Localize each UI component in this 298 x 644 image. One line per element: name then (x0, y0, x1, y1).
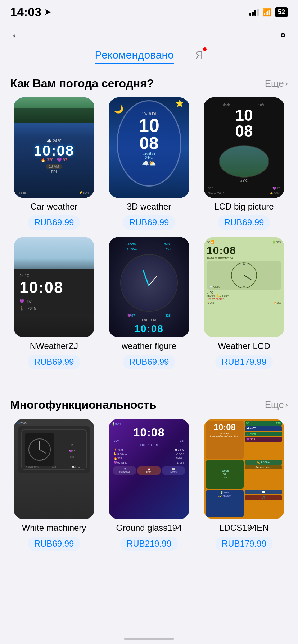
section-header-weather: Как Вам погода сегодня? Еще › (10, 77, 288, 90)
watch-thumbnail-3d-weather[interactable]: 10-18 Fri 10 08 weather 24℃ ☁️⛅ ⭐ 🌙 (109, 97, 189, 198)
svg-text:💜97: 💜97 (69, 450, 75, 453)
status-time: 14:03 ➤ (10, 5, 51, 19)
navigation-bar: ← ⚬ (0, 22, 298, 49)
signal-icon (249, 9, 259, 16)
svg-line-2 (244, 275, 251, 280)
weather-watch-grid: ☁️ 24℃ 10:08 🔥 328 💜 97 18 AM FRI 7645⚡8… (10, 97, 288, 369)
list-item[interactable]: Clock10/18 10 08 FRI (200, 97, 288, 230)
tab-recommended[interactable]: Рекомендовано (95, 49, 174, 64)
list-item[interactable]: -10/3624℃ 7h30m7k+ (105, 237, 193, 369)
search-button[interactable]: ⚬ (278, 28, 288, 43)
watch-thumbnail-white-machinery[interactable]: 🐾7645 10:08 FRI (14, 419, 94, 519)
watch-thumbnail-nweather[interactable]: 24 ℃ 10:08 💜97 🚶7645 (14, 237, 94, 337)
status-icons: 📶 52 (249, 7, 288, 17)
section-more-weather[interactable]: Еще › (265, 78, 288, 89)
list-item[interactable]: 10:08 10-18 FRI Love and wealth are ther… (200, 419, 288, 551)
chevron-right-icon: › (285, 79, 288, 88)
watch-price[interactable]: RUB69.99 (28, 355, 81, 369)
watch-name: 3D weather (127, 202, 171, 212)
list-item[interactable]: 10-18 Fri 10 08 weather 24℃ ☁️⛅ ⭐ 🌙 (105, 97, 193, 230)
section-title-weather: Как Вам погода сегодня? (10, 77, 154, 90)
section-weather: Как Вам погода сегодня? Еще › ☁️ 24℃ 10:… (0, 68, 298, 372)
watch-name: weather figure (122, 341, 176, 351)
svg-text:12: 12 (243, 262, 245, 265)
location-arrow-icon: ➤ (44, 8, 51, 17)
section-more-multifunctional[interactable]: Еще › (265, 399, 288, 410)
watch-name: LDCS194EN (219, 523, 268, 533)
section-header-multifunctional: Многофункциональность Еще › (10, 398, 288, 411)
svg-text:6: 6 (243, 285, 245, 288)
watch-price[interactable]: RUB219.99 (120, 537, 178, 551)
watch-name: Car weather (31, 202, 78, 212)
tab-me[interactable]: Я (195, 49, 203, 64)
watch-name: White machinery (22, 523, 86, 533)
svg-text:Power 80%: Power 80% (26, 465, 39, 468)
watch-thumbnail-ground-glass[interactable]: 🔋80% 10:08 AM36 OCT 18 FRI 🚶7645☁️24℃ (109, 419, 189, 519)
watch-price[interactable]: RUB69.99 (123, 215, 176, 230)
chevron-right-icon: › (285, 400, 288, 410)
svg-text:18: 18 (71, 443, 74, 447)
watch-price[interactable]: RUB69.99 (218, 215, 271, 230)
list-item[interactable]: ☁️ 24℃ 10:08 🔥 328 💜 97 18 AM FRI 7645⚡8… (10, 97, 98, 230)
watch-price[interactable]: RUB69.99 (28, 537, 81, 551)
watch-thumbnail-ldcs194[interactable]: 10:08 10-18 FRI Love and wealth are ther… (204, 419, 284, 519)
list-item[interactable]: 24 ℃ 10:08 💜97 🚶7645 NWeatherZJ RUB69.99 (10, 237, 98, 369)
wifi-icon: 📶 (262, 8, 271, 17)
svg-text:HR: HR (70, 456, 74, 458)
home-indicator (124, 638, 174, 640)
svg-text:10:08: 10:08 (36, 458, 44, 461)
watch-name: Ground glass194 (116, 523, 182, 533)
section-multifunctional: Многофункциональность Еще › 🐾7645 (0, 390, 298, 554)
watch-thumbnail-weather-figure[interactable]: -10/3624℃ 7h30m7k+ (109, 237, 189, 337)
watch-name: NWeatherZJ (30, 341, 78, 351)
section-title-multifunctional: Многофункциональность (10, 398, 156, 411)
list-item[interactable]: 5G📶🔋80% 10:08 10-18 CURRENT Fri 12 6 (200, 237, 288, 369)
status-bar: 14:03 ➤ 📶 52 (0, 0, 298, 22)
tabs-container: Рекомендовано Я (0, 49, 298, 68)
tab-notification-dot (203, 47, 207, 51)
watch-price[interactable]: RUB69.99 (123, 355, 176, 369)
watch-price[interactable]: RUB69.99 (28, 215, 81, 230)
list-item[interactable]: 🐾7645 10:08 FRI (10, 419, 98, 551)
svg-text:☁️24℃: ☁️24℃ (71, 465, 80, 468)
multifunctional-watch-grid: 🐾7645 10:08 FRI (10, 419, 288, 551)
watch-thumbnail-weather-lcd[interactable]: 5G📶🔋80% 10:08 10-18 CURRENT Fri 12 6 (204, 237, 284, 337)
watch-price[interactable]: RUB179.99 (215, 537, 273, 551)
watch-price[interactable]: RUB179.99 (215, 355, 273, 369)
list-item[interactable]: 🔋80% 10:08 AM36 OCT 18 FRI 🚶7645☁️24℃ (105, 419, 193, 551)
watch-name: Weather LCD (218, 341, 270, 351)
watch-thumbnail-car-weather[interactable]: ☁️ 24℃ 10:08 🔥 328 💜 97 18 AM FRI 7645⚡8… (14, 97, 94, 198)
svg-text:328: 328 (52, 465, 56, 468)
svg-text:FRI: FRI (70, 436, 74, 440)
watch-name: LCD big picture (214, 202, 274, 212)
section-divider (10, 381, 288, 381)
back-button[interactable]: ← (10, 28, 24, 43)
battery-indicator: 52 (275, 7, 288, 17)
watch-thumbnail-lcd-big[interactable]: Clock10/18 10 08 FRI (204, 97, 284, 198)
